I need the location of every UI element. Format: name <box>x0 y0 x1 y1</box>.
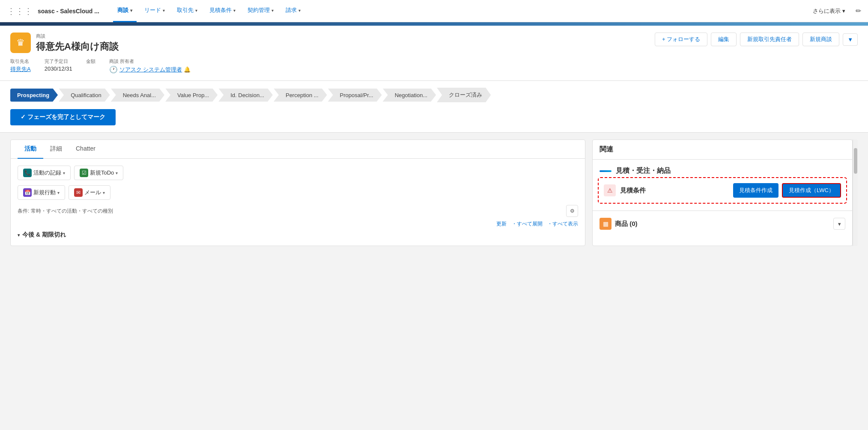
actions-dropdown-button[interactable]: ▼ <box>843 33 858 46</box>
quote-highlight-area: ⚠ 見積条件 見積条件作成 見積作成（LWC） <box>598 177 847 204</box>
nav-item-lead[interactable]: リード ▾ <box>140 0 169 22</box>
owner-avatar-icon: 🕐 <box>109 65 118 74</box>
stage-prospecting[interactable]: Prospecting <box>10 89 58 102</box>
dropdown-arrow-icon[interactable]: ▾ <box>63 171 65 175</box>
refresh-link[interactable]: 更新 <box>496 221 507 227</box>
nav-label-mitsumori: 見積条件 <box>209 6 232 14</box>
quote-section-title: 見積・受注・納品 <box>616 166 671 175</box>
tab-detail[interactable]: 詳細 <box>43 140 69 159</box>
stage-proposal[interactable]: Proposal/Pr... <box>328 89 382 102</box>
edit-icon[interactable]: ✏ <box>856 7 861 15</box>
edit-button[interactable]: 編集 <box>711 33 737 46</box>
chevron-down-icon: ▾ <box>195 8 197 13</box>
panel-body-activity: 📞 活動の記録 ▾ ☑ 新規ToDo ▾ 📅 新規行動 ▾ ✉ <box>11 159 585 246</box>
grid-icon[interactable]: ⋮⋮⋮ <box>7 6 33 16</box>
new-todo-button[interactable]: ☑ 新規ToDo ▾ <box>74 166 123 180</box>
nav-item-seikyuu[interactable]: 請求 ▾ <box>281 0 305 22</box>
create-quote-lwc-button[interactable]: 見積作成（LWC） <box>782 183 841 198</box>
chevron-down-icon: ▾ <box>271 8 274 13</box>
crown-icon: ♛ <box>16 37 25 48</box>
chevron-down-icon: ▾ <box>233 8 236 13</box>
new-event-button[interactable]: 📅 新規行動 ▾ <box>18 185 65 200</box>
products-header: ▦ 商品 (0) ▾ <box>600 218 845 230</box>
new-contact-button[interactable]: 新規取引先責任者 <box>740 33 799 46</box>
envelope-icon: ✉ <box>74 188 83 197</box>
field-close-date: 完了予定日 2030/12/31 <box>45 58 72 74</box>
mark-complete-button[interactable]: ✓ フェーズを完了としてマーク <box>10 109 116 125</box>
person-icon: ⚠ <box>607 187 613 194</box>
create-quote-condition-button[interactable]: 見積条件作成 <box>733 183 779 198</box>
upcoming-label: 今後 & 期限切れ <box>22 231 66 239</box>
quote-section: 見積・受注・納品 ⚠ 見積条件 見積条件作成 見積作成（LWC） <box>593 160 852 211</box>
chevron-down-icon: ▾ <box>298 8 301 13</box>
log-activity-button[interactable]: 📞 活動の記録 ▾ <box>18 166 71 180</box>
right-panel-container: 関連 見積・受注・納品 ⚠ 見積条件 見積条件作成 見積作成（L <box>592 139 858 246</box>
chevron-down-icon: ▾ <box>18 233 20 237</box>
filter-text: 条件: 常時・すべての活動・すべての種別 <box>18 208 113 215</box>
phone-icon: 📞 <box>23 169 32 177</box>
filter-bar: 条件: 常時・すべての活動・すべての種別 ⚙ <box>18 205 578 217</box>
products-dropdown-button[interactable]: ▾ <box>833 218 845 230</box>
record-header: ♛ 商談 得意先A様向け商談 + フォローする 編集 新規取引先責任者 新規商談… <box>0 26 868 81</box>
right-scrollbar[interactable] <box>853 139 858 246</box>
barcode-icon: ▦ <box>603 220 608 227</box>
stage-needs-analysis[interactable]: Needs Anal... <box>111 89 164 102</box>
dropdown-arrow-icon4[interactable]: ▾ <box>103 190 105 195</box>
email-label: メール <box>84 189 101 196</box>
log-activity-label: 活動の記録 <box>33 169 61 177</box>
expand-all-link[interactable]: ・すべて展開 <box>512 221 543 227</box>
stripe-line <box>600 170 611 172</box>
stage-negotiation[interactable]: Negotiation... <box>383 89 436 102</box>
nav-item-torihikisaki[interactable]: 取引先 ▾ <box>173 0 202 22</box>
quote-condition-icon: ⚠ <box>604 184 616 196</box>
dropdown-arrow-icon3[interactable]: ▾ <box>57 190 60 195</box>
owner-bell-icon: 🔔 <box>184 66 191 73</box>
record-actions: + フォローする 編集 新規取引先責任者 新規商談 ▼ <box>655 33 858 46</box>
stage-value-prop[interactable]: Value Prop... <box>165 89 218 102</box>
nav-label-seikyuu: 請求 <box>286 6 297 14</box>
banner <box>0 22 868 26</box>
left-panel: 活動 詳細 Chatter 📞 活動の記録 ▾ ☑ 新規ToDo ▾ 📅 <box>10 139 585 246</box>
field-value-close-date: 2030/12/31 <box>45 65 72 72</box>
nav-label-torihikisaki: 取引先 <box>177 6 194 14</box>
nav-item-keiyaku[interactable]: 契約管理 ▾ <box>243 0 278 22</box>
stage-closed[interactable]: クローズ済み <box>437 88 491 102</box>
field-amount: 金額 <box>86 58 95 74</box>
products-icon: ▦ <box>600 218 611 230</box>
stage-perception[interactable]: Perception ... <box>274 89 327 102</box>
new-deal-button[interactable]: 新規商談 <box>802 33 839 46</box>
view-all-link[interactable]: ・すべて表示 <box>547 221 578 227</box>
panel-tabs: 活動 詳細 Chatter <box>11 140 585 159</box>
quote-condition-label: 見積条件 <box>620 187 646 195</box>
stage-bar-section: Prospecting Qualification Needs Anal... … <box>0 81 868 133</box>
related-header: 関連 <box>593 140 852 160</box>
follow-button[interactable]: + フォローする <box>655 33 707 46</box>
field-value-torihikisaki[interactable]: 得意先A <box>10 65 31 73</box>
stage-bar: Prospecting Qualification Needs Anal... … <box>10 88 858 102</box>
nav-item-shōdan[interactable]: 商談 ▾ <box>113 0 137 22</box>
calendar-icon: 📅 <box>23 188 32 197</box>
stage-qualification[interactable]: Qualification <box>59 89 110 102</box>
right-panel: 関連 見積・受注・納品 ⚠ 見積条件 見積条件作成 見積作成（L <box>592 139 853 246</box>
record-fields: 取引先名 得意先A 完了予定日 2030/12/31 金額 商談 所有者 🕐 ソ… <box>10 58 858 74</box>
field-value-owner[interactable]: ソアスク システム管理者 <box>119 66 182 74</box>
upcoming-section[interactable]: ▾ 今後 & 期限切れ <box>18 231 578 239</box>
nav-item-more[interactable]: さらに表示 ▾ <box>813 7 845 15</box>
field-label-amount: 金額 <box>86 58 95 65</box>
field-owner: 商談 所有者 🕐 ソアスク システム管理者 🔔 <box>109 58 191 74</box>
stage-id-decision[interactable]: Id. Decision... <box>218 89 273 102</box>
quote-actions: 見積条件作成 見積作成（LWC） <box>733 183 841 198</box>
dropdown-arrow-icon2[interactable]: ▾ <box>116 171 118 175</box>
field-label-close-date: 完了予定日 <box>45 58 72 65</box>
tab-chatter[interactable]: Chatter <box>69 140 102 159</box>
email-button[interactable]: ✉ メール ▾ <box>69 185 110 200</box>
quote-stripe: 見積・受注・納品 <box>600 166 845 175</box>
nav-label-more: さらに表示 <box>813 7 841 15</box>
chevron-down-icon: ▾ <box>842 8 845 14</box>
nav-item-mitsumori[interactable]: 見積条件 ▾ <box>205 0 240 22</box>
record-type-label: 商談 <box>36 33 119 39</box>
record-title: 得意先A様向け商談 <box>36 40 119 53</box>
tab-activity[interactable]: 活動 <box>18 140 43 159</box>
filter-gear-button[interactable]: ⚙ <box>566 205 578 217</box>
todo-icon: ☑ <box>80 169 88 177</box>
